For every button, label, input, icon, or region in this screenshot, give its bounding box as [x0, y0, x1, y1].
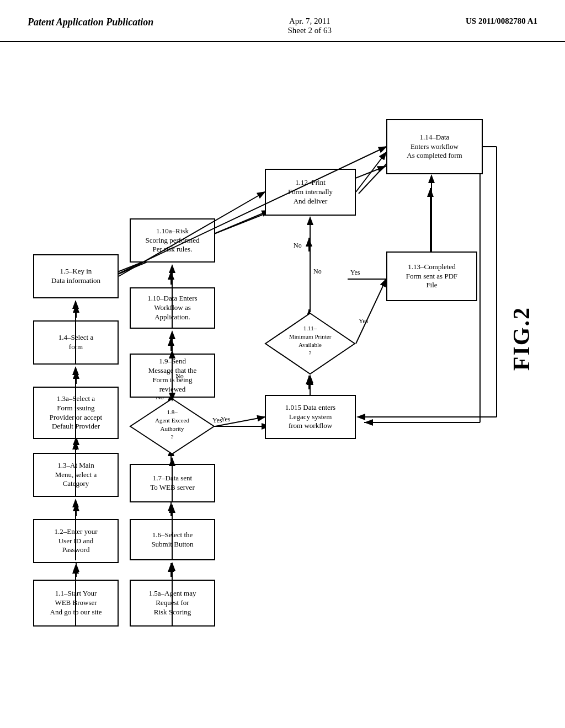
- box-1-10: 1.10–Data Enters Workflow as Application…: [130, 287, 215, 329]
- publication-title: Patent Application Publication: [28, 17, 153, 28]
- box-1-5a: 1.5a–Agent may Request for Risk Scoring: [130, 580, 215, 627]
- box-1-4: 1.4–Select a form: [33, 320, 119, 365]
- svg-text:1.11–: 1.11–: [303, 325, 317, 331]
- box-1-9: 1.9–Send Message that the Form is being …: [130, 354, 215, 398]
- svg-text:No: No: [313, 267, 322, 275]
- svg-text:Yes: Yes: [350, 269, 360, 276]
- box-1-12: 1.12–Print Form internally And deliver: [265, 169, 356, 216]
- box-1-7: 1.7–Data sent To WEB server: [130, 464, 215, 502]
- fig-label: FIG.2: [508, 307, 535, 371]
- page-header: Patent Application Publication Apr. 7, 2…: [0, 0, 565, 42]
- box-1-5: 1.5–Key in Data information: [33, 254, 119, 298]
- diagram-area: Yes No No Yes 1.: [0, 42, 565, 715]
- box-1-1: 1.1–Start Your WEB Browser And go to our…: [33, 580, 119, 627]
- patent-number: US 2011/0082780 A1: [466, 17, 537, 26]
- box-1-10a: 1.10a–Risk Scoring performed Per risk ru…: [130, 218, 215, 263]
- box-1-3: 1.3–At Main Menu, select a Category: [33, 453, 119, 497]
- svg-text:1.8–: 1.8–: [167, 409, 178, 415]
- box-1-13: 1.13–Completed Form sent as PDF File: [386, 251, 477, 301]
- box-1-14: 1.14–Data Enters workflow As completed f…: [386, 119, 483, 174]
- box-1-015: 1.015 Data enters Legacy system from wor…: [265, 395, 356, 439]
- diamond-1-11: 1.11– Minimum Printer Available ?: [265, 312, 356, 376]
- svg-text:Agent Exceed: Agent Exceed: [155, 417, 189, 424]
- svg-text:?: ?: [171, 433, 174, 440]
- box-1-6: 1.6–Select the Submit Button: [130, 519, 215, 560]
- svg-line-62: [356, 152, 386, 192]
- svg-text:?: ?: [309, 350, 312, 356]
- svg-text:Yes: Yes: [359, 317, 369, 325]
- svg-text:Authority: Authority: [161, 425, 184, 432]
- svg-line-60: [356, 279, 386, 344]
- box-1-3a: 1.3a–Select a Form issuing Provider or a…: [33, 387, 119, 439]
- svg-text:No: No: [294, 242, 302, 249]
- svg-text:Minimum Printer: Minimum Printer: [289, 333, 332, 340]
- header-center: Apr. 7, 2011 Sheet 2 of 63: [287, 17, 332, 35]
- svg-text:Available: Available: [299, 341, 322, 348]
- sheet-number: Sheet 2 of 63: [287, 26, 332, 35]
- box-1-2: 1.2–Enter your User ID and Password: [33, 519, 119, 563]
- svg-line-52: [215, 417, 265, 426]
- diamond-1-8: 1.8– Agent Exceed Authority ?: [130, 398, 215, 456]
- svg-text:Yes: Yes: [221, 415, 231, 423]
- publication-date: Apr. 7, 2011: [287, 17, 332, 26]
